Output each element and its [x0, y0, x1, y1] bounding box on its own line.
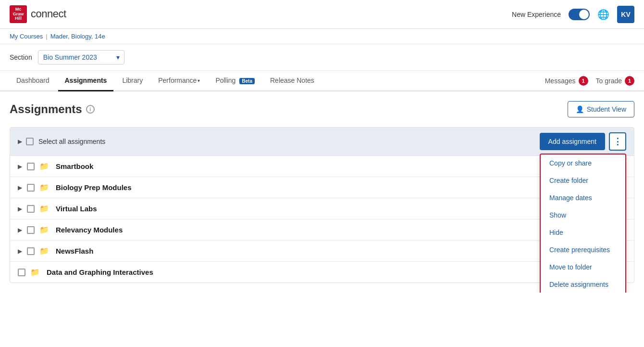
row-checkbox[interactable]: [18, 269, 25, 276]
section-label: Section: [10, 53, 32, 61]
menu-item-hide[interactable]: Hide: [541, 224, 625, 241]
folder-icon[interactable]: 📁: [39, 225, 49, 234]
row-checkbox[interactable]: [27, 226, 35, 234]
menu-item-move-to-folder[interactable]: Move to folder: [541, 258, 625, 276]
row-checkbox[interactable]: [27, 205, 35, 213]
messages-label: Messages: [545, 77, 576, 85]
menu-item-create-folder[interactable]: Create folder: [541, 172, 625, 189]
expand-icon[interactable]: ▶: [18, 248, 22, 255]
menu-item-show[interactable]: Show: [541, 206, 625, 224]
assignment-name: Biology Prep Modules: [56, 183, 132, 192]
folder-icon[interactable]: 📁: [39, 183, 49, 192]
assignment-name: Smartbook: [56, 162, 93, 170]
expand-icon[interactable]: ▶: [18, 184, 22, 191]
folder-icon[interactable]: 📁: [39, 162, 49, 171]
menu-item-manage-dates[interactable]: Manage dates: [541, 189, 625, 206]
toggle-knob: [579, 10, 589, 19]
breadcrumb-separator: |: [46, 33, 47, 40]
more-options-button[interactable]: ⋮: [609, 132, 626, 151]
assignment-name: Relevancy Modules: [56, 226, 123, 234]
expand-icon[interactable]: ▶: [18, 227, 22, 233]
new-experience-label: New Experience: [512, 11, 561, 18]
header-left: McGrawHill connect: [10, 5, 66, 24]
page-title: Assignments: [10, 103, 82, 116]
tab-dashboard[interactable]: Dashboard: [10, 71, 56, 91]
assignments-container: ▶ Select all assignments Add assignment …: [10, 127, 634, 283]
breadcrumb-my-courses[interactable]: My Courses: [10, 33, 43, 40]
tab-release-notes[interactable]: Release Notes: [263, 71, 321, 91]
beta-badge: Beta: [239, 78, 255, 84]
menu-item-copy-share[interactable]: Copy or share: [541, 154, 625, 172]
breadcrumb: My Courses | Mader, Biology, 14e: [0, 29, 644, 44]
assignment-name: NewsFlash: [56, 247, 93, 255]
folder-icon[interactable]: 📁: [30, 268, 40, 277]
expand-icon[interactable]: ▶: [18, 206, 22, 212]
messages-badge[interactable]: Messages 1: [545, 76, 588, 86]
toolbar-right-actions: Add assignment ⋮ Copy or share Create fo…: [540, 132, 626, 151]
select-all-checkbox[interactable]: [26, 138, 34, 145]
section-bar: Section Bio Summer 2023: [0, 44, 644, 71]
info-icon[interactable]: i: [86, 105, 95, 114]
add-assignment-button[interactable]: Add assignment: [540, 133, 605, 150]
row-checkbox[interactable]: [27, 247, 35, 255]
messages-count: 1: [579, 76, 588, 86]
connect-logo-text: connect: [31, 8, 66, 20]
tab-assignments[interactable]: Assignments: [58, 71, 114, 91]
nav-right-actions: Messages 1 To grade 1: [545, 76, 634, 86]
nav-tabs: Dashboard Assignments Library Performanc…: [0, 71, 644, 91]
folder-icon[interactable]: 📁: [39, 246, 49, 256]
to-grade-badge[interactable]: To grade 1: [596, 76, 634, 86]
assignments-header-row: ▶ Select all assignments Add assignment …: [10, 128, 634, 156]
section-select-wrapper: Bio Summer 2023: [38, 50, 124, 64]
user-avatar[interactable]: KV: [617, 6, 634, 23]
mcgraw-hill-logo: McGrawHill: [10, 5, 27, 24]
header-right: New Experience 🌐 KV: [512, 6, 634, 23]
folder-icon[interactable]: 📁: [39, 204, 49, 213]
tab-library[interactable]: Library: [115, 71, 149, 91]
row-checkbox[interactable]: [27, 184, 35, 192]
assignment-name: Virtual Labs: [56, 205, 97, 213]
more-options-dropdown: Copy or share Create folder Manage dates…: [540, 154, 626, 293]
app-header: McGrawHill connect New Experience 🌐 KV: [0, 0, 644, 29]
student-view-button[interactable]: 👤 Student View: [568, 101, 634, 117]
expand-all-icon[interactable]: ▶: [18, 138, 22, 145]
student-icon: 👤: [576, 105, 584, 113]
section-select[interactable]: Bio Summer 2023: [38, 50, 124, 64]
assignment-name: Data and Graphing Interactives: [47, 268, 153, 276]
tab-performance[interactable]: Performance ▾: [151, 71, 207, 91]
menu-item-create-prerequisites[interactable]: Create prerequisites: [541, 241, 625, 258]
select-all-label: Select all assignments: [38, 138, 105, 145]
menu-item-delete-assignments[interactable]: Delete assignments: [541, 276, 625, 293]
new-experience-toggle[interactable]: [569, 9, 590, 20]
breadcrumb-course: Mader, Biology, 14e: [50, 33, 105, 40]
globe-icon[interactable]: 🌐: [597, 9, 609, 20]
page-title-area: Assignments i: [10, 103, 95, 116]
tab-polling[interactable]: Polling Beta: [209, 71, 261, 91]
to-grade-count: 1: [625, 76, 634, 86]
to-grade-label: To grade: [596, 77, 622, 85]
logo[interactable]: McGrawHill connect: [10, 5, 66, 24]
main-content: Assignments i 👤 Student View ▶ Select al…: [0, 91, 644, 293]
row-checkbox[interactable]: [27, 163, 35, 170]
performance-dropdown-icon: ▾: [198, 78, 200, 83]
select-all-icons: ▶: [18, 138, 34, 145]
page-header: Assignments i 👤 Student View: [10, 101, 634, 117]
expand-icon[interactable]: ▶: [18, 163, 22, 170]
